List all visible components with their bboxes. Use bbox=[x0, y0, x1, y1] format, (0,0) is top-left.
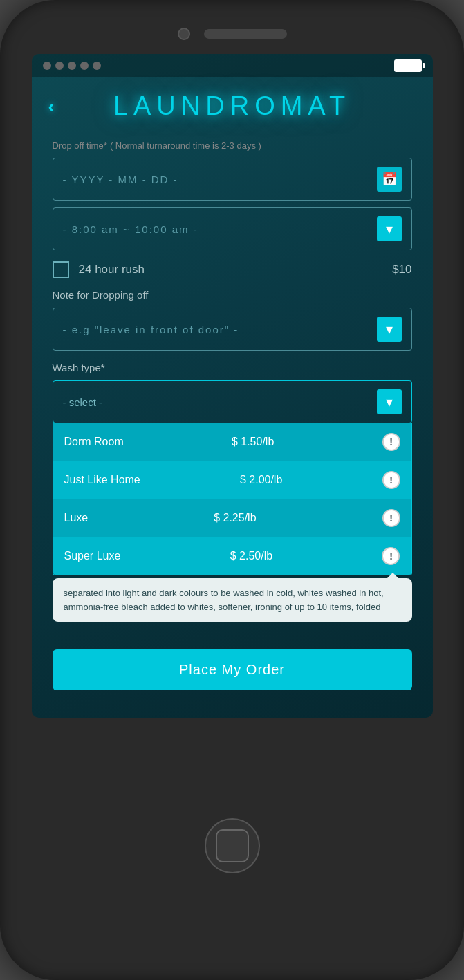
super-luxe-info-icon[interactable]: ! bbox=[382, 547, 400, 565]
back-button[interactable]: ‹ bbox=[48, 95, 55, 118]
wash-option-home-name: Just Like Home bbox=[64, 474, 140, 486]
note-label: Note for Dropping off bbox=[53, 289, 412, 301]
app-header: ‹ LAUNDROMAT bbox=[32, 77, 433, 128]
time-placeholder: - 8:00 am ~ 10:00 am - bbox=[63, 223, 198, 235]
drop-off-section: Drop off time* ( Normal turnaround time … bbox=[53, 139, 412, 250]
note-section: Note for Dropping off - e.g "leave in fr… bbox=[53, 289, 412, 351]
home-info-icon[interactable]: ! bbox=[382, 471, 400, 489]
wash-option-luxe[interactable]: Luxe $ 2.25/lb ! bbox=[53, 499, 411, 537]
wash-dropdown-icon: ▾ bbox=[377, 389, 402, 414]
wash-option-super-luxe[interactable]: Super Luxe $ 2.50/lb ! bbox=[53, 537, 411, 575]
note-dropdown-icon: ▾ bbox=[377, 317, 402, 342]
place-order-button[interactable]: Place My Order bbox=[53, 649, 412, 690]
wash-option-luxe-name: Luxe bbox=[64, 512, 89, 524]
wash-option-dorm[interactable]: Dorm Room $ 1.50/lb ! bbox=[53, 423, 411, 461]
drop-off-note: ( Normal turnaround time is 2-3 days ) bbox=[110, 140, 261, 151]
phone-top-bar bbox=[0, 0, 464, 54]
note-input[interactable]: - e.g "leave in front of door" - ▾ bbox=[53, 308, 412, 351]
phone-frame: ‹ LAUNDROMAT Drop off time* ( Normal tur… bbox=[0, 0, 464, 980]
wash-type-label: Wash type* bbox=[53, 362, 412, 373]
time-input[interactable]: - 8:00 am ~ 10:00 am - ▾ bbox=[53, 207, 412, 250]
content-area: Drop off time* ( Normal turnaround time … bbox=[32, 128, 433, 707]
home-button-inner bbox=[216, 829, 249, 862]
wash-option-luxe-price: $ 2.25/lb bbox=[214, 512, 256, 524]
app-title: LAUNDROMAT bbox=[113, 91, 351, 121]
battery-icon bbox=[394, 59, 422, 72]
date-placeholder: - YYYY - MM - DD - bbox=[63, 174, 178, 185]
rush-checkbox[interactable] bbox=[53, 261, 69, 278]
wash-option-dorm-price: $ 1.50/lb bbox=[232, 436, 274, 448]
rush-label: 24 hour rush bbox=[79, 263, 383, 277]
wash-type-placeholder: - select - bbox=[63, 396, 103, 408]
signal-dot-4 bbox=[80, 62, 89, 70]
phone-screen: ‹ LAUNDROMAT Drop off time* ( Normal tur… bbox=[32, 54, 433, 718]
luxe-info-icon[interactable]: ! bbox=[382, 509, 400, 527]
wash-type-dropdown: - select - ▾ Dorm Room $ 1.50/lb ! Just … bbox=[53, 380, 412, 575]
wash-type-list: Dorm Room $ 1.50/lb ! Just Like Home $ 2… bbox=[53, 423, 412, 575]
drop-off-label: Drop off time* ( Normal turnaround time … bbox=[53, 139, 412, 151]
wash-option-super-luxe-price: $ 2.50/lb bbox=[230, 550, 272, 562]
wash-option-home-price: $ 2.00/lb bbox=[240, 474, 282, 486]
calendar-icon: 📅 bbox=[377, 167, 402, 192]
date-input[interactable]: - YYYY - MM - DD - 📅 bbox=[53, 158, 412, 201]
time-dropdown-icon: ▾ bbox=[377, 216, 402, 241]
signal-dot-2 bbox=[55, 62, 64, 70]
phone-bottom bbox=[205, 718, 260, 980]
phone-camera bbox=[178, 28, 190, 40]
wash-type-tooltip: separated into light and dark colours to… bbox=[53, 578, 412, 622]
status-bar bbox=[32, 54, 433, 77]
wash-type-section: Wash type* - select - ▾ Dorm Room $ 1.50… bbox=[53, 362, 412, 622]
tooltip-text: separated into light and dark colours to… bbox=[64, 588, 384, 612]
wash-option-super-luxe-name: Super Luxe bbox=[64, 550, 121, 562]
phone-speaker bbox=[204, 29, 287, 39]
home-button[interactable] bbox=[205, 818, 260, 873]
status-dots bbox=[43, 62, 101, 70]
rush-price: $10 bbox=[392, 263, 411, 277]
wash-type-select[interactable]: - select - ▾ bbox=[53, 380, 412, 423]
signal-dot-5 bbox=[93, 62, 101, 70]
dorm-info-icon[interactable]: ! bbox=[382, 433, 400, 451]
rush-checkbox-row: 24 hour rush $10 bbox=[53, 261, 412, 278]
note-placeholder: - e.g "leave in front of door" - bbox=[63, 324, 239, 335]
wash-option-home[interactable]: Just Like Home $ 2.00/lb ! bbox=[53, 461, 411, 499]
wash-option-dorm-name: Dorm Room bbox=[64, 436, 124, 448]
signal-dot-1 bbox=[43, 62, 51, 70]
signal-dot-3 bbox=[68, 62, 76, 70]
